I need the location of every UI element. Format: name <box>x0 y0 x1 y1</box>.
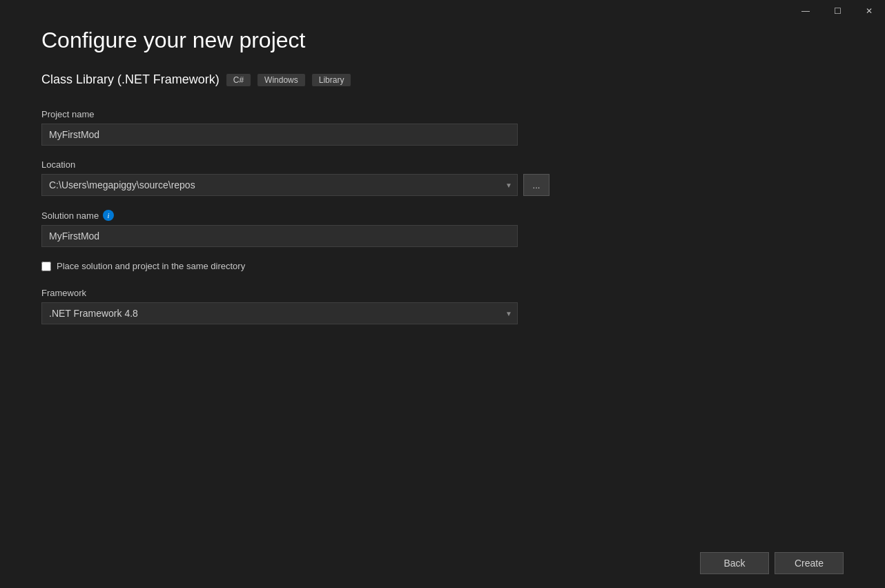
location-label: Location <box>41 159 844 170</box>
main-content: Configure your new project Class Library… <box>41 28 844 547</box>
tag-csharp: C# <box>226 74 251 86</box>
solution-name-info-icon[interactable]: i <box>103 210 114 221</box>
same-directory-row: Place solution and project in the same d… <box>41 261 844 271</box>
project-name-label: Project name <box>41 109 844 119</box>
same-directory-checkbox[interactable] <box>41 262 51 271</box>
back-button[interactable]: Back <box>700 552 769 574</box>
location-select-wrapper: C:\Users\megapiggy\source\repos ▼ <box>41 174 518 196</box>
project-name-input[interactable] <box>41 124 518 146</box>
framework-select-wrapper: .NET Framework 4.8 ▼ <box>41 302 518 324</box>
maximize-button[interactable]: ☐ <box>821 0 853 22</box>
location-section: Location C:\Users\megapiggy\source\repos… <box>41 159 844 196</box>
same-directory-label[interactable]: Place solution and project in the same d… <box>57 261 245 271</box>
title-bar: — ☐ ✕ <box>790 0 885 22</box>
browse-button[interactable]: ... <box>523 174 550 196</box>
framework-dropdown[interactable]: .NET Framework 4.8 <box>41 302 518 324</box>
solution-name-section: Solution name i <box>41 210 844 247</box>
project-name-section: Project name <box>41 109 844 146</box>
framework-section: Framework .NET Framework 4.8 ▼ <box>41 288 844 324</box>
tag-library: Library <box>312 74 351 86</box>
page-title: Configure your new project <box>41 28 844 53</box>
location-row: C:\Users\megapiggy\source\repos ▼ ... <box>41 174 844 196</box>
project-type-row: Class Library (.NET Framework) C# Window… <box>41 72 844 87</box>
minimize-button[interactable]: — <box>790 0 821 22</box>
solution-name-label: Solution name i <box>41 210 844 221</box>
solution-name-input[interactable] <box>41 225 518 247</box>
close-button[interactable]: ✕ <box>853 0 885 22</box>
location-dropdown[interactable]: C:\Users\megapiggy\source\repos <box>41 174 518 196</box>
bottom-bar: Back Create <box>700 552 844 574</box>
create-button[interactable]: Create <box>775 552 844 574</box>
project-type-name: Class Library (.NET Framework) <box>41 72 220 87</box>
tag-windows: Windows <box>257 74 305 86</box>
framework-label: Framework <box>41 288 844 298</box>
